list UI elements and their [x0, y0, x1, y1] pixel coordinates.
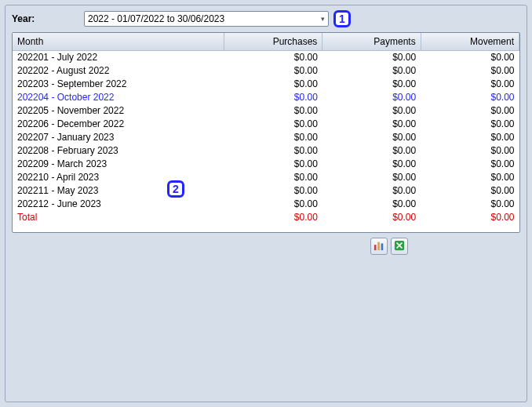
table-total-row: Total$0.00$0.00$0.00 [13, 211, 519, 224]
cell-purchases: $0.00 [224, 104, 322, 118]
cell-purchases: $0.00 [224, 64, 322, 78]
export-excel-button[interactable] [391, 238, 408, 255]
cell-movement: $0.00 [421, 118, 519, 131]
data-table-container: Month Purchases Payments Movement 202201… [12, 32, 520, 233]
cell-movement: $0.00 [421, 104, 519, 118]
table-row[interactable]: 202210 - April 2023$0.00$0.00$0.00 [13, 171, 519, 184]
chevron-down-icon: ▾ [321, 15, 325, 23]
cell-payments: $0.00 [322, 91, 421, 104]
cell-movement: $0.00 [421, 158, 519, 171]
svg-rect-0 [374, 245, 377, 250]
cell-purchases: $0.00 [224, 198, 322, 211]
cell-month: 202204 - October 2022 [13, 91, 224, 104]
cell-payments: $0.00 [322, 64, 421, 78]
cell-movement: $0.00 [421, 211, 519, 224]
table-row[interactable]: 202209 - March 2023$0.00$0.00$0.00 [13, 158, 519, 171]
cell-purchases: $0.00 [224, 118, 322, 131]
col-header-purchases[interactable]: Purchases [224, 33, 322, 51]
cell-month: 202202 - August 2022 [13, 64, 224, 78]
cell-purchases: $0.00 [224, 144, 322, 158]
excel-icon [394, 240, 405, 253]
callout-badge-2: 2 [167, 180, 184, 198]
year-select[interactable]: 2022 - 01/07/2022 to 30/06/2023 ▾ [84, 11, 329, 27]
cell-payments: $0.00 [322, 51, 421, 65]
table-row[interactable]: 202204 - October 2022$0.00$0.00$0.00 [13, 91, 519, 104]
cell-movement: $0.00 [421, 184, 519, 198]
cell-payments: $0.00 [322, 184, 421, 198]
table-row[interactable]: 202202 - August 2022$0.00$0.00$0.00 [13, 64, 519, 78]
year-label: Year: [12, 13, 84, 24]
cell-payments: $0.00 [322, 104, 421, 118]
cell-purchases: $0.00 [224, 158, 322, 171]
cell-purchases: $0.00 [224, 131, 322, 144]
col-header-month[interactable]: Month [13, 33, 224, 51]
cell-month: 202212 - June 2023 [13, 198, 224, 211]
cell-purchases: $0.00 [224, 51, 322, 65]
cell-movement: $0.00 [421, 51, 519, 65]
data-table: Month Purchases Payments Movement 202201… [13, 33, 519, 224]
svg-rect-1 [377, 242, 380, 250]
main-panel: Year: 2022 - 01/07/2022 to 30/06/2023 ▾ … [5, 5, 527, 402]
cell-movement: $0.00 [421, 171, 519, 184]
svg-rect-2 [381, 243, 384, 250]
cell-movement: $0.00 [421, 78, 519, 91]
callout-badge-1: 1 [333, 10, 351, 27]
cell-month: 202205 - November 2022 [13, 104, 224, 118]
cell-payments: $0.00 [322, 158, 421, 171]
table-row[interactable]: 202203 - September 2022$0.00$0.00$0.00 [13, 78, 519, 91]
cell-purchases: $0.00 [224, 78, 322, 91]
table-header-row: Month Purchases Payments Movement [13, 33, 519, 51]
cell-payments: $0.00 [322, 78, 421, 91]
table-row[interactable]: 202207 - January 2023$0.00$0.00$0.00 [13, 131, 519, 144]
cell-movement: $0.00 [421, 91, 519, 104]
cell-month: Total [13, 211, 224, 224]
cell-movement: $0.00 [421, 64, 519, 78]
table-row[interactable]: 202208 - February 2023$0.00$0.00$0.00 [13, 144, 519, 158]
cell-payments: $0.00 [322, 131, 421, 144]
table-row[interactable]: 202206 - December 2022$0.00$0.00$0.00 [13, 118, 519, 131]
cell-month: 202208 - February 2023 [13, 144, 224, 158]
cell-purchases: $0.00 [224, 184, 322, 198]
cell-payments: $0.00 [322, 144, 421, 158]
cell-month: 202210 - April 2023 [13, 171, 224, 184]
cell-purchases: $0.00 [224, 211, 322, 224]
cell-month: 202211 - May 2023 [13, 184, 224, 198]
cell-month: 202206 - December 2022 [13, 118, 224, 131]
cell-purchases: $0.00 [224, 171, 322, 184]
chart-button[interactable] [370, 238, 388, 255]
table-row[interactable]: 202212 - June 2023$0.00$0.00$0.00 [13, 198, 519, 211]
table-row[interactable]: 202201 - July 2022$0.00$0.00$0.00 [13, 51, 519, 65]
cell-month: 202201 - July 2022 [13, 51, 224, 65]
cell-movement: $0.00 [421, 198, 519, 211]
cell-month: 202207 - January 2023 [13, 131, 224, 144]
cell-purchases: $0.00 [224, 91, 322, 104]
table-row[interactable]: 202205 - November 2022$0.00$0.00$0.00 [13, 104, 519, 118]
icons-area: 3 [12, 238, 408, 255]
cell-movement: $0.00 [421, 144, 519, 158]
cell-payments: $0.00 [322, 118, 421, 131]
cell-month: 202209 - March 2023 [13, 158, 224, 171]
cell-payments: $0.00 [322, 198, 421, 211]
year-select-value: 2022 - 01/07/2022 to 30/06/2023 [88, 13, 314, 24]
col-header-movement[interactable]: Movement [421, 33, 519, 51]
col-header-payments[interactable]: Payments [322, 33, 421, 51]
cell-month: 202203 - September 2022 [13, 78, 224, 91]
cell-payments: $0.00 [322, 171, 421, 184]
bar-chart-icon [373, 240, 384, 253]
year-row: Year: 2022 - 01/07/2022 to 30/06/2023 ▾ … [12, 10, 520, 27]
cell-payments: $0.00 [322, 211, 421, 224]
cell-movement: $0.00 [421, 131, 519, 144]
table-row[interactable]: 202211 - May 2023$0.00$0.00$0.00 [13, 184, 519, 198]
action-icon-row [12, 238, 408, 255]
